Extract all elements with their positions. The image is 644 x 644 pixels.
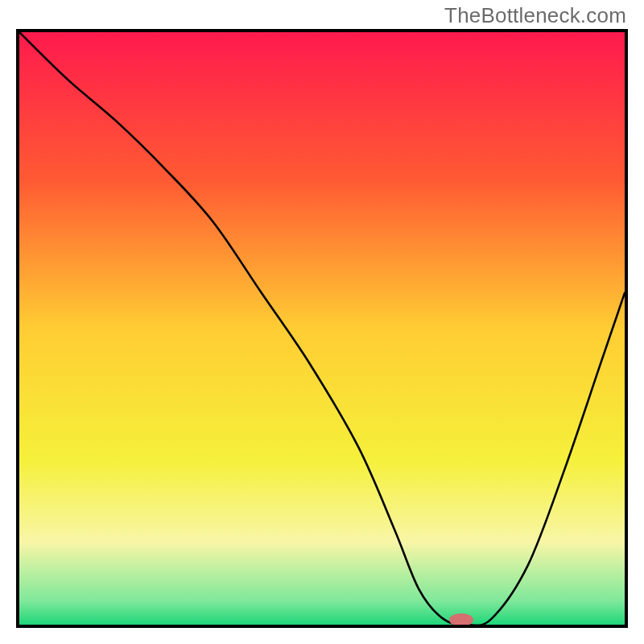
chart-frame: TheBottleneck.com xyxy=(0,0,644,644)
bottleneck-plot xyxy=(19,32,625,625)
gradient-background xyxy=(19,32,625,625)
watermark-text: TheBottleneck.com xyxy=(444,3,626,28)
